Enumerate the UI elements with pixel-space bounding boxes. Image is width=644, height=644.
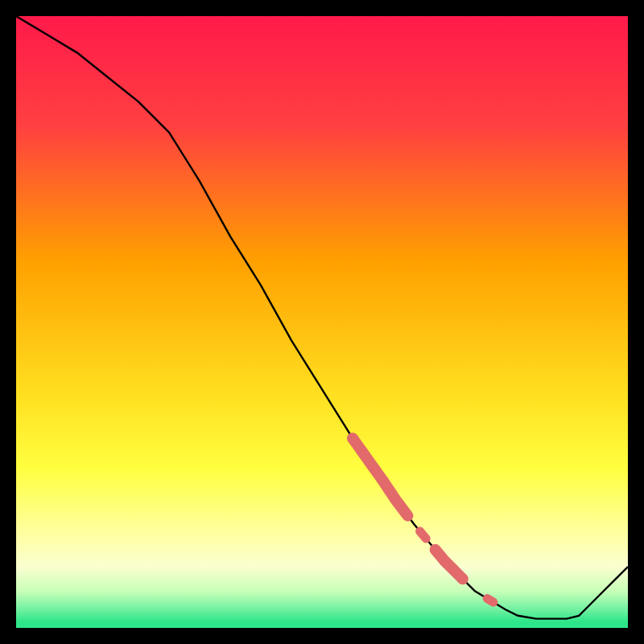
chart-svg [16,16,628,628]
gradient-background [16,16,628,628]
curve-marker [487,599,493,603]
chart-frame: TheBottleneck.com [16,16,628,628]
curve-marker [420,531,427,539]
